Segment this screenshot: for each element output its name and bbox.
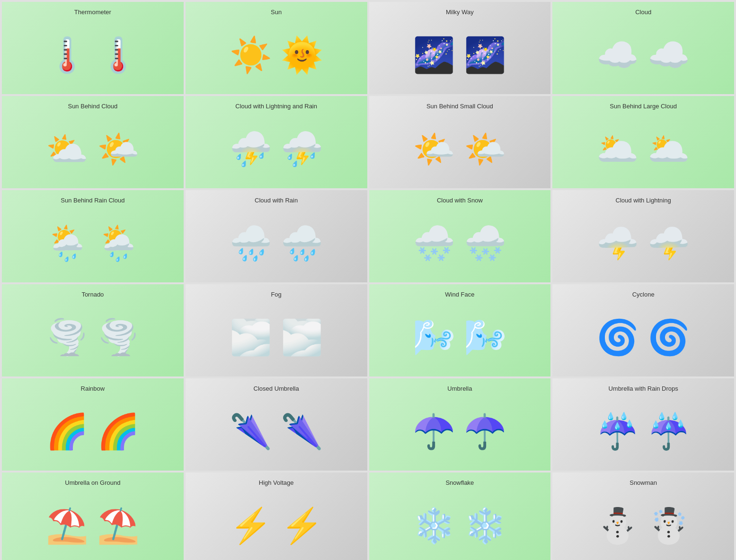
emoji-cell-12: Tornado🌪️🌪️ <box>2 284 184 376</box>
emoji-10-0: 🌨️ <box>413 226 455 260</box>
emoji-cell-17: Closed Umbrella🌂🌂 <box>186 378 367 471</box>
emoji-17-1: 🌂 <box>281 414 323 448</box>
emoji-0-0: 🌡️ <box>46 38 89 72</box>
emoji-5-1: ⛈️ <box>281 132 323 166</box>
emoji-cell-13: Fog🌫️🌫️ <box>186 284 367 376</box>
emoji-cell-6: Sun Behind Small Cloud🌤️🌤️ <box>369 96 551 188</box>
emoji-5-0: ⛈️ <box>230 132 272 166</box>
emoji-9-1: 🌧️ <box>281 226 323 260</box>
emoji-16-0: 🌈 <box>46 414 89 448</box>
emoji-row-7: 🌥️🌥️ <box>596 114 690 184</box>
emoji-cell-14: Wind Face🌬️🌬️ <box>369 284 551 376</box>
emoji-row-17: 🌂🌂 <box>230 397 323 466</box>
emoji-23-0: ⛄ <box>596 508 639 542</box>
emoji-20-0: ⛱️ <box>46 508 89 542</box>
cell-title-21: High Voltage <box>259 479 294 486</box>
emoji-row-23: ⛄☃️ <box>596 491 690 560</box>
emoji-9-0: 🌧️ <box>230 226 272 260</box>
emoji-row-6: 🌤️🌤️ <box>413 114 506 184</box>
emoji-14-0: 🌬️ <box>413 320 455 354</box>
emoji-cell-23: Snowman⛄☃️ <box>552 472 734 560</box>
emoji-7-1: 🌥️ <box>647 132 690 166</box>
cell-title-3: Cloud <box>635 9 651 16</box>
emoji-row-13: 🌫️🌫️ <box>230 303 323 372</box>
emoji-13-1: 🌫️ <box>281 320 323 354</box>
emoji-row-9: 🌧️🌧️ <box>230 209 323 278</box>
emoji-cell-16: Rainbow🌈🌈 <box>2 378 184 471</box>
emoji-cell-21: High Voltage⚡⚡ <box>186 472 367 560</box>
cell-title-6: Sun Behind Small Cloud <box>426 103 493 110</box>
cell-title-5: Cloud with Lightning and Rain <box>235 103 317 110</box>
cell-title-0: Thermometer <box>74 9 111 16</box>
emoji-12-1: 🌪️ <box>97 320 140 354</box>
cell-title-8: Sun Behind Rain Cloud <box>61 197 124 204</box>
emoji-cell-0: Thermometer🌡️🌡️ <box>2 2 184 94</box>
emoji-cell-22: Snowflake❄️❄️ <box>369 472 551 560</box>
emoji-3-0: ☁️ <box>596 38 639 72</box>
emoji-cell-19: Umbrella with Rain Drops☔☔ <box>552 378 734 471</box>
emoji-row-19: ☔☔ <box>596 397 690 466</box>
emoji-cell-20: Umbrella on Ground⛱️⛱️ <box>2 472 184 560</box>
emoji-cell-3: Cloud☁️☁️ <box>552 2 734 94</box>
cell-title-16: Rainbow <box>81 385 105 392</box>
emoji-22-1: ❄️ <box>464 508 506 542</box>
emoji-19-0: ☔ <box>596 414 639 448</box>
cell-title-13: Fog <box>271 291 281 298</box>
emoji-cell-5: Cloud with Lightning and Rain⛈️⛈️ <box>186 96 367 188</box>
emoji-row-12: 🌪️🌪️ <box>46 303 140 372</box>
emoji-1-1: 🌞 <box>281 38 323 72</box>
cell-title-17: Closed Umbrella <box>254 385 299 392</box>
emoji-cell-2: Milky Way🌌🌌 <box>369 2 551 94</box>
emoji-11-0: 🌩️ <box>596 226 639 260</box>
emoji-18-1: ☂️ <box>464 414 506 448</box>
cell-title-19: Umbrella with Rain Drops <box>608 385 678 392</box>
cell-title-4: Sun Behind Cloud <box>68 103 117 110</box>
emoji-cell-18: Umbrella☂️☂️ <box>369 378 551 471</box>
emoji-7-0: 🌥️ <box>596 132 639 166</box>
emoji-6-1: 🌤️ <box>464 132 506 166</box>
emoji-row-0: 🌡️🌡️ <box>46 20 140 89</box>
emoji-20-1: ⛱️ <box>97 508 140 542</box>
emoji-15-1: 🌀 <box>647 320 690 354</box>
emoji-cell-15: Cyclone🌀🌀 <box>552 284 734 376</box>
cell-title-11: Cloud with Lightning <box>616 197 671 204</box>
emoji-cell-8: Sun Behind Rain Cloud🌦️🌦️ <box>2 190 184 282</box>
emoji-2-1: 🌌 <box>464 38 506 72</box>
emoji-cell-9: Cloud with Rain🌧️🌧️ <box>186 190 367 282</box>
emoji-0-1: 🌡️ <box>97 38 140 72</box>
emoji-15-0: 🌀 <box>596 320 639 354</box>
emoji-8-1: 🌦️ <box>97 226 140 260</box>
emoji-10-1: 🌨️ <box>464 226 506 260</box>
emoji-19-1: ☔ <box>647 414 690 448</box>
emoji-17-0: 🌂 <box>230 414 272 448</box>
emoji-3-1: ☁️ <box>647 38 690 72</box>
emoji-row-10: 🌨️🌨️ <box>413 209 506 278</box>
cell-title-23: Snowman <box>630 479 657 486</box>
emoji-row-8: 🌦️🌦️ <box>46 209 140 278</box>
cell-title-22: Snowflake <box>445 479 474 486</box>
emoji-row-1: ☀️🌞 <box>230 20 323 89</box>
emoji-row-4: ⛅🌤️ <box>46 114 140 184</box>
emoji-row-21: ⚡⚡ <box>230 491 323 560</box>
cell-title-15: Cyclone <box>632 291 655 298</box>
emoji-18-0: ☂️ <box>413 414 455 448</box>
emoji-row-3: ☁️☁️ <box>596 20 690 89</box>
emoji-cell-7: Sun Behind Large Cloud🌥️🌥️ <box>552 96 734 188</box>
cell-title-9: Cloud with Rain <box>255 197 298 204</box>
emoji-12-0: 🌪️ <box>46 320 89 354</box>
emoji-row-20: ⛱️⛱️ <box>46 491 140 560</box>
cell-title-20: Umbrella on Ground <box>65 479 120 486</box>
cell-title-1: Sun <box>271 9 282 16</box>
emoji-grid: Thermometer🌡️🌡️Sun☀️🌞Milky Way🌌🌌Cloud☁️☁… <box>0 0 736 560</box>
emoji-21-0: ⚡ <box>230 508 272 542</box>
emoji-21-1: ⚡ <box>281 508 323 542</box>
emoji-row-16: 🌈🌈 <box>46 397 140 466</box>
emoji-cell-10: Cloud with Snow🌨️🌨️ <box>369 190 551 282</box>
emoji-23-1: ☃️ <box>647 508 690 542</box>
emoji-row-2: 🌌🌌 <box>413 20 506 89</box>
cell-title-12: Tornado <box>81 291 104 298</box>
emoji-16-1: 🌈 <box>97 414 140 448</box>
emoji-row-11: 🌩️🌩️ <box>596 209 690 278</box>
cell-title-2: Milky Way <box>446 9 474 16</box>
emoji-row-22: ❄️❄️ <box>413 491 506 560</box>
